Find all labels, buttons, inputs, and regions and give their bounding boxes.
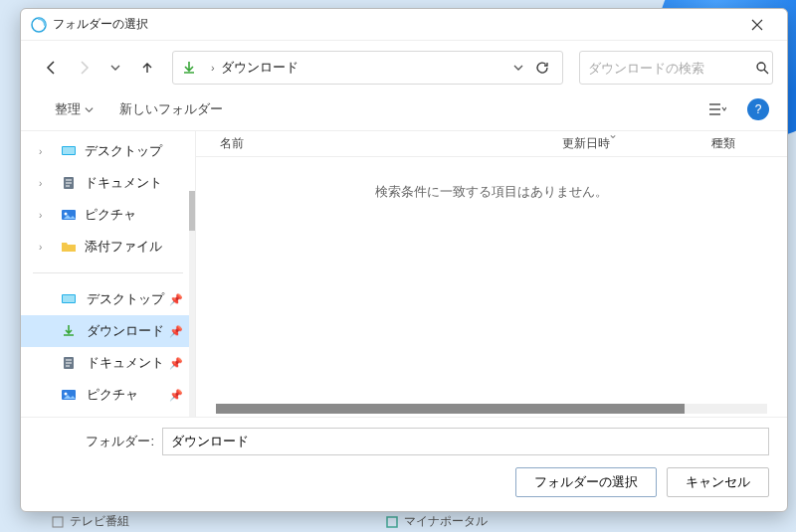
pin-icon: 📌 xyxy=(169,357,183,370)
file-list-area: 名前 ⌄ 更新日時 種類 検索条件に一致する項目はありません。 xyxy=(195,131,787,417)
fav-item-label: ピクチャ xyxy=(87,386,138,404)
tree-item-pictures[interactable]: › ピクチャ xyxy=(21,199,195,231)
tree-item-attachments[interactable]: › 添付ファイル xyxy=(21,231,195,263)
column-date[interactable]: ⌄ 更新日時 xyxy=(538,135,688,152)
folder-name-input[interactable] xyxy=(162,428,769,455)
svg-rect-12 xyxy=(53,517,63,527)
document-icon xyxy=(61,355,77,371)
chevron-right-icon[interactable]: › xyxy=(39,146,53,157)
svg-rect-3 xyxy=(63,147,75,154)
new-folder-button[interactable]: 新しいフォルダー xyxy=(113,96,229,122)
svg-point-1 xyxy=(757,63,765,71)
folder-picker-dialog: フォルダーの選択 › ダウンロード xyxy=(20,8,788,512)
fav-item-documents[interactable]: ドキュメント 📌 xyxy=(21,347,195,379)
pin-icon: 📌 xyxy=(169,325,183,338)
sidebar: › デスクトップ › ドキュメント › ピクチャ › 添付ファイル xyxy=(21,131,195,417)
tree-item-documents[interactable]: › ドキュメント xyxy=(21,167,195,199)
column-headers: 名前 ⌄ 更新日時 種類 xyxy=(196,131,787,157)
window-title: フォルダーの選択 xyxy=(53,16,148,33)
cancel-button[interactable]: キャンセル xyxy=(667,467,769,497)
tree-item-label: ピクチャ xyxy=(85,206,136,224)
pin-icon: 📌 xyxy=(169,293,183,306)
app-icon xyxy=(31,17,47,33)
back-button[interactable] xyxy=(39,55,65,81)
pin-icon: 📌 xyxy=(169,389,183,402)
sidebar-separator xyxy=(33,272,183,273)
background-item: テレビ番組 xyxy=(52,513,129,530)
titlebar: フォルダーの選択 xyxy=(21,9,787,41)
up-button[interactable] xyxy=(134,55,160,81)
folder-icon xyxy=(61,239,77,255)
chevron-right-icon[interactable]: › xyxy=(39,178,53,189)
chevron-down-icon xyxy=(85,105,94,114)
tree-item-label: 添付ファイル xyxy=(85,238,162,256)
search-box[interactable] xyxy=(579,51,773,85)
scrollbar-thumb[interactable] xyxy=(216,404,685,414)
document-icon xyxy=(61,175,77,191)
dialog-footer: フォルダー: フォルダーの選択 キャンセル xyxy=(21,417,787,511)
picture-icon xyxy=(61,207,77,223)
column-type[interactable]: 種類 xyxy=(688,135,787,152)
fav-item-label: ダウンロード xyxy=(87,322,164,340)
column-name[interactable]: 名前 xyxy=(196,135,538,152)
picture-icon xyxy=(61,387,77,403)
select-folder-button[interactable]: フォルダーの選択 xyxy=(515,467,657,497)
forward-button[interactable] xyxy=(71,55,97,81)
empty-message: 検索条件に一致する項目はありません。 xyxy=(196,157,787,403)
tree-item-label: ドキュメント xyxy=(85,174,162,192)
download-icon xyxy=(181,60,197,76)
view-options-button[interactable] xyxy=(703,97,731,121)
download-icon xyxy=(61,323,77,339)
organize-button[interactable]: 整理 xyxy=(49,96,100,122)
desktop-icon xyxy=(61,143,77,159)
breadcrumb-current[interactable]: ダウンロード xyxy=(221,59,298,77)
folder-name-label: フォルダー: xyxy=(39,433,162,450)
search-icon[interactable] xyxy=(755,61,769,75)
help-button[interactable]: ? xyxy=(747,98,769,120)
address-bar[interactable]: › ダウンロード xyxy=(172,51,563,85)
tree-item-label: デスクトップ xyxy=(85,142,162,160)
fav-item-pictures[interactable]: ピクチャ 📌 xyxy=(21,379,195,411)
address-dropdown-button[interactable] xyxy=(506,62,530,74)
chevron-right-icon: › xyxy=(211,62,215,74)
refresh-button[interactable] xyxy=(530,61,554,75)
svg-point-6 xyxy=(65,213,68,216)
close-button[interactable] xyxy=(737,11,777,39)
chevron-right-icon[interactable]: › xyxy=(39,210,53,221)
search-input[interactable] xyxy=(588,61,755,76)
background-item: マイナポータル xyxy=(386,513,488,530)
fav-item-label: ドキュメント xyxy=(87,354,164,372)
fav-item-downloads[interactable]: ダウンロード 📌 xyxy=(21,315,195,347)
recent-dropdown-button[interactable] xyxy=(102,55,128,81)
svg-point-11 xyxy=(65,393,68,396)
toolbar: 整理 新しいフォルダー ? xyxy=(21,92,787,131)
chevron-right-icon[interactable]: › xyxy=(39,242,53,253)
svg-rect-8 xyxy=(63,295,75,302)
nav-row: › ダウンロード xyxy=(21,41,787,92)
sort-indicator-icon: ⌄ xyxy=(608,127,618,141)
desktop-icon xyxy=(61,291,77,307)
svg-rect-13 xyxy=(387,517,397,527)
fav-item-desktop[interactable]: デスクトップ 📌 xyxy=(21,283,195,315)
tree-item-desktop[interactable]: › デスクトップ xyxy=(21,135,195,167)
fav-item-label: デスクトップ xyxy=(87,290,164,308)
horizontal-scrollbar[interactable] xyxy=(196,403,787,417)
